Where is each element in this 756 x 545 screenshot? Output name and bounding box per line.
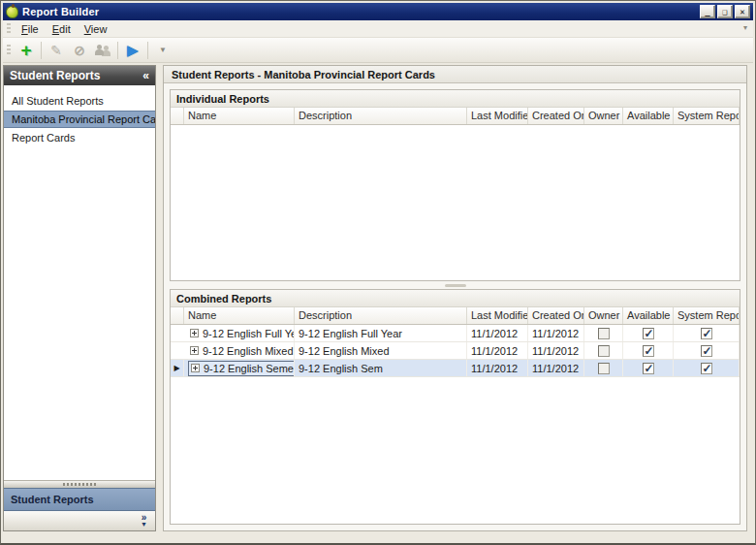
system-report-checkbox[interactable]: [701, 363, 712, 374]
created-on-cell[interactable]: 11/1/2012: [528, 360, 584, 376]
main-content: Individual Reports Name Description Last…: [164, 83, 746, 530]
assign-users-button[interactable]: [91, 40, 114, 61]
system-report-cell[interactable]: [674, 360, 740, 376]
main-panel: Student Reports - Manitoba Provincial Re…: [163, 65, 747, 531]
menu-edit[interactable]: Edit: [46, 21, 78, 37]
column-header-created-on[interactable]: Created On: [528, 108, 584, 124]
splitter-grip-icon: [445, 284, 466, 287]
menu-grip-icon: [7, 23, 11, 35]
table-row[interactable]: ▶ 9-12 English Full Year 9-12 English Fu…: [171, 325, 740, 342]
owner-cell[interactable]: [584, 360, 623, 376]
menu-file[interactable]: File: [15, 21, 46, 37]
available-checkbox[interactable]: [643, 363, 654, 374]
column-header-indicator: [171, 108, 184, 124]
system-report-checkbox[interactable]: [701, 345, 712, 357]
page-title: Student Reports - Manitoba Provincial Re…: [164, 66, 746, 83]
available-cell[interactable]: [623, 325, 674, 341]
sidebar-item-all-student-reports[interactable]: All Student Reports: [4, 92, 155, 110]
available-checkbox[interactable]: [643, 345, 654, 357]
available-checkbox[interactable]: [643, 328, 654, 339]
available-cell[interactable]: [623, 360, 674, 376]
column-header-last-modified[interactable]: Last Modified: [467, 307, 528, 324]
window-title: Report Builder: [22, 6, 700, 17]
configure-buttons-control[interactable]: » ▼: [141, 514, 147, 528]
column-header-available[interactable]: Available: [623, 108, 674, 124]
toolbar-grip-icon: [7, 45, 11, 56]
sidebar-list: All Student Reports Manitoba Provincial …: [4, 85, 155, 480]
run-report-button[interactable]: ▶: [121, 40, 144, 61]
column-header-name[interactable]: Name: [184, 307, 295, 324]
owner-checkbox[interactable]: [598, 328, 610, 339]
report-name-cell[interactable]: 9-12 English Full Year: [184, 325, 295, 341]
created-on-cell[interactable]: 11/1/2012: [528, 325, 584, 341]
table-row[interactable]: ▶ 9-12 English Semestered 9-12 English S…: [171, 360, 740, 377]
maximize-button-icon[interactable]: ❑: [717, 5, 733, 18]
table-row[interactable]: ▶ 9-12 English Mixed 9-12 English Mixed …: [171, 342, 740, 360]
column-header-available[interactable]: Available: [623, 307, 674, 324]
column-header-last-modified[interactable]: Last Modified: [467, 108, 528, 124]
available-cell[interactable]: [623, 342, 674, 359]
last-modified-cell[interactable]: 11/1/2012: [467, 360, 528, 376]
minimize-button-icon[interactable]: _: [700, 5, 715, 18]
toolbar-overflow-icon[interactable]: ▾: [743, 23, 747, 32]
last-modified-cell[interactable]: 11/1/2012: [467, 325, 528, 341]
edit-report-button[interactable]: ✎: [45, 40, 68, 61]
app-window: Report Builder _ ❑ ✕ File Edit View ▾ + …: [0, 0, 756, 545]
column-header-system-report[interactable]: System Report: [674, 307, 740, 324]
title-bar: Report Builder _ ❑ ✕: [3, 3, 753, 20]
report-name-cell[interactable]: 9-12 English Semestered: [184, 360, 295, 376]
sidebar-item-manitoba-provincial-report-cards[interactable]: Manitoba Provincial Report Ca...: [4, 111, 155, 128]
toolbar-separator: [147, 42, 148, 59]
column-header-name[interactable]: Name: [184, 108, 295, 124]
system-report-checkbox[interactable]: [701, 328, 712, 339]
owner-checkbox[interactable]: [598, 363, 610, 374]
vertical-splitter[interactable]: [156, 65, 163, 531]
cancel-button[interactable]: ⊘: [68, 40, 91, 61]
owner-cell[interactable]: [584, 342, 623, 359]
column-header-created-on[interactable]: Created On: [528, 307, 584, 324]
individual-reports-title: Individual Reports: [171, 90, 740, 108]
sidebar-bottom-bar[interactable]: Student Reports: [4, 488, 155, 511]
owner-cell[interactable]: [584, 325, 623, 341]
close-button-icon[interactable]: ✕: [735, 5, 750, 18]
individual-reports-group: Individual Reports Name Description Last…: [170, 89, 740, 281]
expand-row-icon[interactable]: [190, 346, 199, 355]
column-header-description[interactable]: Description: [295, 307, 467, 324]
splitter-grip-icon: [63, 483, 96, 486]
column-header-owner[interactable]: Owner: [584, 307, 623, 324]
menu-view[interactable]: View: [78, 21, 114, 37]
report-description-cell[interactable]: 9-12 English Mixed: [295, 342, 467, 359]
individual-reports-header-row: Name Description Last Modified Created O…: [171, 108, 740, 125]
combined-reports-title: Combined Reports: [171, 290, 740, 307]
horizontal-splitter[interactable]: [170, 281, 740, 289]
collapse-sidebar-icon[interactable]: «: [142, 69, 149, 82]
sidebar-splitter[interactable]: [4, 480, 155, 488]
report-description-cell[interactable]: 9-12 English Sem: [295, 360, 467, 376]
combined-reports-table-body: ▶ 9-12 English Full Year 9-12 English Fu…: [171, 325, 740, 524]
report-name: 9-12 English Full Year: [203, 328, 295, 339]
column-header-indicator: [171, 307, 184, 324]
chevron-down-icon: ▼: [155, 46, 171, 54]
expand-row-icon[interactable]: [191, 364, 200, 372]
add-report-button[interactable]: +: [15, 40, 38, 61]
report-name-cell[interactable]: 9-12 English Mixed: [184, 342, 295, 359]
app-icon: [6, 6, 18, 18]
owner-checkbox[interactable]: [598, 345, 610, 357]
sidebar: Student Reports « All Student Reports Ma…: [3, 65, 156, 531]
run-options-dropdown[interactable]: ▼: [151, 40, 174, 61]
expand-row-icon[interactable]: [190, 329, 199, 337]
created-on-cell[interactable]: 11/1/2012: [528, 342, 584, 359]
system-report-cell[interactable]: [674, 325, 740, 341]
sidebar-bottom-bar-label: Student Reports: [11, 494, 94, 505]
individual-reports-table-body: [171, 125, 740, 280]
column-header-system-report[interactable]: System Report: [674, 108, 740, 124]
combined-reports-group: Combined Reports Name Description Last M…: [170, 289, 740, 525]
column-header-description[interactable]: Description: [295, 108, 467, 124]
report-name: 9-12 English Mixed: [203, 345, 294, 357]
report-description-cell[interactable]: 9-12 English Full Year: [295, 325, 467, 341]
last-modified-cell[interactable]: 11/1/2012: [467, 342, 528, 359]
column-header-owner[interactable]: Owner: [584, 108, 623, 124]
system-report-cell[interactable]: [674, 342, 740, 359]
toolbar-separator: [117, 42, 118, 59]
sidebar-item-report-cards[interactable]: Report Cards: [4, 129, 155, 146]
